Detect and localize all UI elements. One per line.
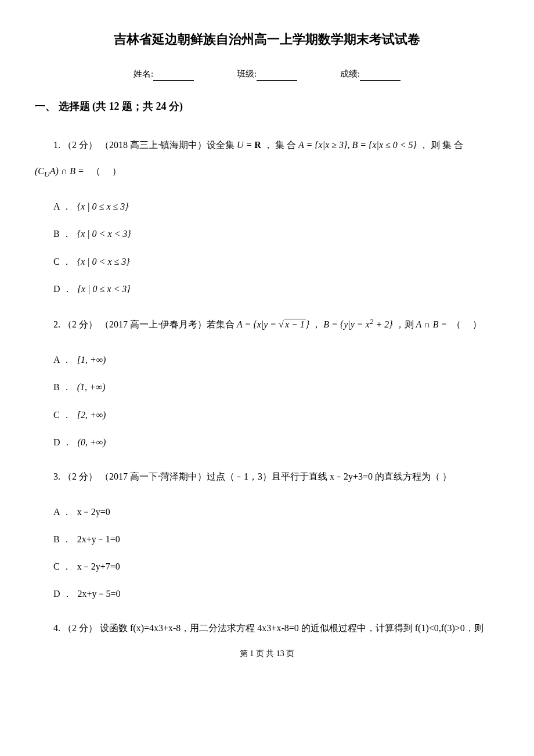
q2-prefix: 2. （2 分） （2017 高一上·伊春月考）若集合 bbox=[53, 319, 237, 329]
q3-text: 3. （2 分） （2017 高一下·菏泽期中）过点（﹣1，3）且平行于直线 x… bbox=[53, 471, 452, 481]
q2-setB: B = {y|y = x2 + 2} bbox=[323, 319, 392, 329]
q1-paren: （ ） bbox=[91, 166, 126, 176]
option-label: D ． bbox=[53, 589, 72, 599]
page-footer: 第 1 页 共 13 页 bbox=[35, 647, 499, 660]
q2-mid1: ， bbox=[312, 319, 323, 329]
q1-prefix: 1. （2 分） （2018 高三上·镇海期中）设全集 bbox=[53, 140, 237, 150]
class-blank[interactable] bbox=[257, 71, 297, 81]
q2-optA-text: [1, +∞) bbox=[77, 355, 106, 365]
score-field: 成绩: bbox=[340, 67, 400, 81]
q4-text: 4. （2 分） 设函数 f(x)=4x3+x-8，用二分法求方程 4x3+x-… bbox=[53, 623, 484, 633]
option-label: C ． bbox=[53, 561, 71, 571]
name-field: 姓名: bbox=[134, 67, 194, 81]
class-label: 班级: bbox=[237, 69, 257, 78]
q2-option-c[interactable]: C ． [2, +∞) bbox=[53, 405, 499, 425]
q2-option-b[interactable]: B ． (1, +∞) bbox=[53, 377, 499, 397]
name-blank[interactable] bbox=[153, 71, 194, 81]
option-label: A ． bbox=[53, 507, 71, 517]
q1-mid2: ， 则 集 合 bbox=[419, 140, 463, 150]
option-label: C ． bbox=[53, 410, 71, 420]
q1-u: U = R bbox=[237, 140, 261, 150]
question-2: 2. （2 分） （2017 高一上·伊春月考）若集合 A = {x|y = √… bbox=[35, 311, 499, 338]
q1-mid1: ， 集 合 bbox=[264, 140, 298, 150]
q3-optC-text: x﹣2y+7=0 bbox=[77, 561, 120, 571]
option-label: B ． bbox=[53, 229, 71, 239]
q2-option-a[interactable]: A ． [1, +∞) bbox=[53, 350, 499, 370]
option-label: B ． bbox=[53, 534, 71, 544]
q2-paren: （ ） bbox=[452, 319, 486, 329]
question-4: 4. （2 分） 设函数 f(x)=4x3+x-8，用二分法求方程 4x3+x-… bbox=[35, 615, 499, 642]
q1-option-d[interactable]: D ． {x | 0 ≤ x < 3} bbox=[53, 279, 499, 299]
q3-option-b[interactable]: B ． 2x+y﹣1=0 bbox=[53, 529, 499, 549]
info-row: 姓名: 班级: 成绩: bbox=[35, 67, 499, 81]
q1-option-c[interactable]: C ． {x | 0 < x ≤ 3} bbox=[53, 251, 499, 272]
name-label: 姓名: bbox=[134, 69, 153, 78]
option-label: C ． bbox=[53, 257, 71, 267]
page-title: 吉林省延边朝鲜族自治州高一上学期数学期末考试试卷 bbox=[35, 29, 499, 49]
q2-setA: A = {x|y = √x − 1} bbox=[237, 319, 309, 329]
q1-optD-text: {x | 0 ≤ x < 3} bbox=[78, 284, 131, 294]
class-field: 班级: bbox=[237, 67, 297, 81]
q1-optA-text: {x | 0 ≤ x ≤ 3} bbox=[77, 201, 129, 211]
q2-mid2: ，则 bbox=[395, 319, 416, 329]
q3-optB-text: 2x+y﹣1=0 bbox=[77, 534, 120, 544]
q2-option-d[interactable]: D ． (0, +∞) bbox=[53, 432, 499, 452]
option-label: D ． bbox=[53, 284, 72, 294]
q3-optA-text: x﹣2y=0 bbox=[77, 507, 110, 517]
section-header: 一、 选择题 (共 12 题；共 24 分) bbox=[35, 98, 499, 115]
q3-option-c[interactable]: C ． x﹣2y+7=0 bbox=[53, 556, 499, 577]
question-1: 1. （2 分） （2018 高三上·镇海期中）设全集 U = R ， 集 合 … bbox=[35, 132, 499, 185]
q1-optB-text: {x | 0 < x < 3} bbox=[77, 229, 131, 239]
q3-option-a[interactable]: A ． x﹣2y=0 bbox=[53, 502, 499, 522]
score-label: 成绩: bbox=[340, 69, 360, 78]
option-label: A ． bbox=[53, 355, 71, 365]
q1-option-b[interactable]: B ． {x | 0 < x < 3} bbox=[53, 224, 499, 244]
q1-optC-text: {x | 0 < x ≤ 3} bbox=[77, 257, 130, 267]
option-label: B ． bbox=[53, 382, 71, 392]
score-blank[interactable] bbox=[360, 71, 400, 81]
question-3: 3. （2 分） （2017 高一下·菏泽期中）过点（﹣1，3）且平行于直线 x… bbox=[35, 464, 499, 490]
q2-expr: A ∩ B = bbox=[416, 319, 448, 329]
option-label: A ． bbox=[53, 201, 71, 211]
q3-option-d[interactable]: D ． 2x+y﹣5=0 bbox=[53, 584, 499, 604]
q3-optD-text: 2x+y﹣5=0 bbox=[78, 589, 121, 599]
q1-option-a[interactable]: A ． {x | 0 ≤ x ≤ 3} bbox=[53, 196, 499, 217]
q2-optC-text: [2, +∞) bbox=[77, 410, 106, 420]
q1-sets: A = {x|x ≥ 3}, B = {x|x ≤ 0 < 5} bbox=[298, 140, 417, 150]
option-label: D ． bbox=[53, 437, 72, 447]
q2-optD-text: (0, +∞) bbox=[78, 437, 106, 447]
q2-optB-text: (1, +∞) bbox=[77, 382, 106, 392]
q1-expr: (CUA) ∩ B = bbox=[35, 166, 84, 176]
